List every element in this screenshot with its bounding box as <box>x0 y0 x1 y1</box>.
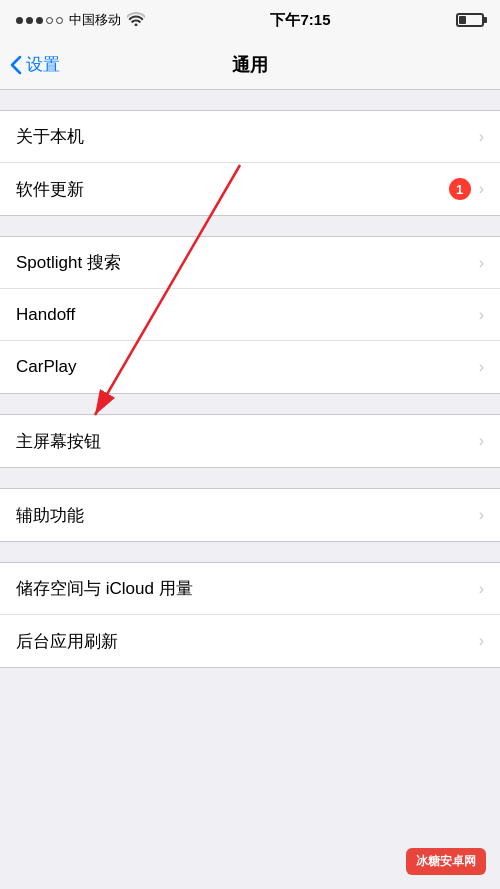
signal-dot-4 <box>46 17 53 24</box>
home-button-label: 主屏幕按钮 <box>16 430 101 453</box>
software-update-chevron: › <box>479 180 484 198</box>
update-badge: 1 <box>449 178 471 200</box>
list-item-spotlight[interactable]: Spotlight 搜索 › <box>0 237 500 289</box>
signal-dot-2 <box>26 17 33 24</box>
background-refresh-label: 后台应用刷新 <box>16 630 118 653</box>
storage-right: › <box>479 580 484 598</box>
handoff-right: › <box>479 306 484 324</box>
accessibility-label: 辅助功能 <box>16 504 84 527</box>
nav-bar: 设置 通用 <box>0 40 500 90</box>
background-refresh-chevron: › <box>479 632 484 650</box>
section-list-3: 主屏幕按钮 › <box>0 414 500 468</box>
status-time: 下午7:15 <box>270 11 330 30</box>
battery-level <box>459 16 466 24</box>
signal-dot-1 <box>16 17 23 24</box>
handoff-chevron: › <box>479 306 484 324</box>
spotlight-right: › <box>479 254 484 272</box>
list-item-carplay[interactable]: CarPlay › <box>0 341 500 393</box>
list-item-software-update[interactable]: 软件更新 1 › <box>0 163 500 215</box>
status-left: 中国移动 <box>16 11 145 29</box>
background-refresh-right: › <box>479 632 484 650</box>
section-1: 关于本机 › 软件更新 1 › <box>0 110 500 216</box>
home-button-right: › <box>479 432 484 450</box>
section-3: 主屏幕按钮 › <box>0 414 500 468</box>
section-list-5: 储存空间与 iCloud 用量 › 后台应用刷新 › <box>0 562 500 668</box>
section-list-2: Spotlight 搜索 › Handoff › CarPlay › <box>0 236 500 394</box>
signal-dot-5 <box>56 17 63 24</box>
list-item-about[interactable]: 关于本机 › <box>0 111 500 163</box>
handoff-label: Handoff <box>16 305 75 325</box>
list-item-handoff[interactable]: Handoff › <box>0 289 500 341</box>
section-list-4: 辅助功能 › <box>0 488 500 542</box>
carplay-right: › <box>479 358 484 376</box>
carplay-label: CarPlay <box>16 357 76 377</box>
list-item-accessibility[interactable]: 辅助功能 › <box>0 489 500 541</box>
section-5: 储存空间与 iCloud 用量 › 后台应用刷新 › <box>0 562 500 668</box>
home-button-chevron: › <box>479 432 484 450</box>
accessibility-right: › <box>479 506 484 524</box>
storage-label: 储存空间与 iCloud 用量 <box>16 577 193 600</box>
about-label: 关于本机 <box>16 125 84 148</box>
carrier-label: 中国移动 <box>69 11 121 29</box>
wifi-icon <box>127 12 145 29</box>
storage-chevron: › <box>479 580 484 598</box>
section-2: Spotlight 搜索 › Handoff › CarPlay › <box>0 236 500 394</box>
watermark: 冰糖安卓网 <box>406 848 486 875</box>
back-button[interactable]: 设置 <box>10 53 60 76</box>
list-item-storage[interactable]: 储存空间与 iCloud 用量 › <box>0 563 500 615</box>
section-list-1: 关于本机 › 软件更新 1 › <box>0 110 500 216</box>
battery-icon <box>456 13 484 27</box>
about-chevron: › <box>479 128 484 146</box>
spotlight-label: Spotlight 搜索 <box>16 251 121 274</box>
software-update-right: 1 › <box>449 178 484 200</box>
carplay-chevron: › <box>479 358 484 376</box>
signal-dots <box>16 17 63 24</box>
about-right: › <box>479 128 484 146</box>
list-item-background-refresh[interactable]: 后台应用刷新 › <box>0 615 500 667</box>
list-item-home-button[interactable]: 主屏幕按钮 › <box>0 415 500 467</box>
back-label: 设置 <box>26 53 60 76</box>
page-title: 通用 <box>232 53 268 77</box>
content: 关于本机 › 软件更新 1 › Spotlight 搜索 › <box>0 90 500 668</box>
section-4: 辅助功能 › <box>0 488 500 542</box>
status-right <box>456 13 484 27</box>
accessibility-chevron: › <box>479 506 484 524</box>
software-update-label: 软件更新 <box>16 178 84 201</box>
signal-dot-3 <box>36 17 43 24</box>
status-bar: 中国移动 下午7:15 <box>0 0 500 40</box>
spotlight-chevron: › <box>479 254 484 272</box>
